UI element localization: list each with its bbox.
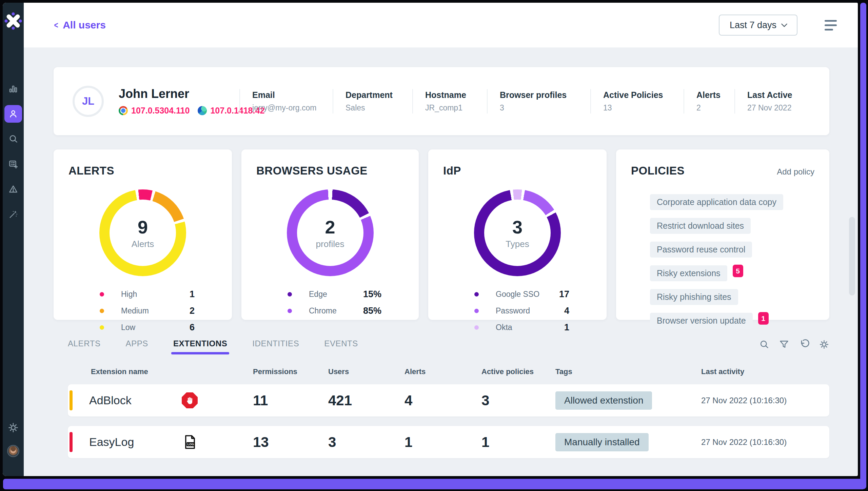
field-label: Alerts (696, 90, 734, 100)
alerts-value: 4 (405, 392, 481, 409)
legend-value: 85% (363, 306, 381, 316)
col-users[interactable]: Users (328, 367, 405, 376)
tab-apps[interactable]: APPS (126, 339, 148, 350)
window-right-accent (860, 3, 866, 489)
table-row-easylog[interactable]: EasyLog LOG 13 3 1 1 Manually installed (68, 426, 829, 458)
magic-wand-icon (8, 209, 18, 219)
refresh-icon[interactable] (799, 339, 809, 350)
search-icon[interactable] (759, 339, 769, 350)
sidebar-item-users[interactable] (4, 105, 22, 123)
profiles-total: 2 (325, 217, 335, 238)
col-permissions[interactable]: Permissions (253, 367, 328, 376)
sidebar-bottom (7, 422, 19, 457)
stat-cards-row: ALERTS 9 Alerts High 1 (54, 149, 829, 320)
tab-alerts[interactable]: ALERTS (68, 339, 101, 350)
idp-legend: Google SSO 17 Password 4 Okta 1 (443, 289, 592, 333)
sidebar (3, 3, 24, 476)
legend-label: Chrome (309, 306, 337, 315)
col-alerts[interactable]: Alerts (405, 367, 481, 376)
col-last-activity[interactable]: Last activity (701, 367, 829, 376)
legend-item: Edge 15% (288, 289, 381, 300)
policy-chip[interactable]: Password reuse control (650, 242, 752, 258)
sidebar-item-logs[interactable] (4, 155, 22, 173)
legend-item: Medium 2 (100, 306, 195, 316)
policy-chip[interactable]: Browser version update (650, 313, 753, 329)
settings-gear-icon[interactable] (819, 339, 829, 350)
settings-gear-icon[interactable] (7, 422, 19, 433)
breadcrumb[interactable]: < All users (54, 19, 106, 31)
policy-chip[interactable]: Risky phishing sites (650, 289, 738, 305)
legend-dot-medium (100, 309, 104, 313)
chevron-down-icon (780, 21, 789, 29)
tab-events[interactable]: EVENTS (324, 339, 358, 350)
profiles-total-label: profiles (316, 239, 344, 249)
idp-donut-chart: 3 Types (474, 189, 561, 276)
col-active-policies[interactable]: Active policies (481, 367, 555, 376)
user-fields: Email jerry@my-org.com Department Sales … (239, 67, 829, 135)
alerts-card: ALERTS 9 Alerts High 1 (54, 149, 232, 320)
table-row-adblock[interactable]: AdBlock 11 4 (68, 384, 829, 416)
idp-total: 3 (512, 217, 522, 238)
user-identity: John Lerner 107.0.5304.110 107.0.1418.42 (119, 87, 239, 116)
list-add-icon (8, 159, 18, 169)
app-window: < All users Last 7 days JL John Lerner 1… (3, 3, 858, 476)
extension-name: EasyLog (89, 435, 134, 449)
policy-chip[interactable]: Corporate application data copy (650, 194, 783, 210)
field-active-policies: Active Policies 13 (590, 89, 684, 114)
date-range-value: Last 7 days (730, 20, 776, 30)
chrome-version: 107.0.5304.110 (131, 106, 190, 116)
alerts-value: 1 (405, 434, 481, 450)
legend-value: 1 (564, 322, 569, 333)
user-name: John Lerner (119, 87, 239, 101)
top-header: < All users Last 7 days (24, 3, 858, 47)
tab-identities[interactable]: IDENTITIES (252, 339, 299, 350)
content: JL John Lerner 107.0.5304.110 107.0.1418… (24, 47, 858, 476)
user-icon (8, 109, 18, 119)
filter-funnel-icon[interactable] (779, 339, 789, 350)
users-value: 421 (328, 392, 405, 409)
log-file-icon: LOG (182, 434, 198, 450)
legend-item: Chrome 85% (288, 306, 381, 316)
tag-badge[interactable]: Manually installed (555, 433, 649, 451)
sidebar-item-alerts[interactable] (4, 180, 22, 198)
policy-chip[interactable]: Risky extensions (650, 265, 727, 281)
legend-label: Password (496, 306, 530, 315)
breadcrumb-label: All users (63, 19, 106, 31)
field-email: Email jerry@my-org.com (239, 89, 333, 114)
sidebar-item-automation[interactable] (4, 205, 22, 223)
last-activity-value: 27 Nov 2022 (10:16:30) (701, 437, 829, 447)
legend-dot-low (100, 325, 104, 330)
legend-dot-okta (474, 325, 479, 330)
legend-item: Okta 1 (474, 322, 569, 333)
extension-name: AdBlock (89, 394, 132, 407)
field-label: Active Policies (603, 90, 684, 100)
search-icon (8, 134, 18, 144)
main-area: < All users Last 7 days JL John Lerner 1… (24, 3, 858, 476)
tab-extentions[interactable]: EXTENTIONS (173, 339, 227, 350)
menu-hamburger-icon[interactable] (825, 20, 837, 30)
field-alerts: Alerts 2 (684, 89, 734, 114)
legend-label: Edge (309, 290, 327, 299)
brand-logo[interactable] (4, 12, 23, 30)
legend-value: 15% (363, 289, 381, 300)
date-range-select[interactable]: Last 7 days (719, 15, 797, 36)
sidebar-item-search[interactable] (4, 130, 22, 148)
legend-dot-chrome (288, 309, 292, 313)
alerts-donut-chart: 9 Alerts (99, 189, 186, 276)
legend-item: Password 4 (474, 306, 569, 316)
legend-dot-google-sso (474, 292, 479, 296)
vertical-scrollbar[interactable] (849, 217, 855, 295)
add-policy-button[interactable]: Add policy (777, 167, 814, 177)
adblock-hand-icon (182, 392, 198, 408)
col-extension-name[interactable]: Extension name (68, 367, 253, 376)
sidebar-item-analytics[interactable] (4, 80, 22, 98)
policy-chip[interactable]: Restrict download sites (650, 218, 751, 234)
col-tags[interactable]: Tags (555, 367, 701, 376)
tag-badge[interactable]: Allowed extenstion (555, 391, 652, 410)
active-policies-value: 1 (481, 434, 555, 450)
field-value: 2 (696, 103, 734, 112)
profile-photo-avatar[interactable] (7, 445, 19, 457)
field-value: jerry@my-org.com (252, 103, 333, 112)
legend-label: High (121, 290, 137, 299)
field-department: Department Sales (333, 89, 412, 114)
